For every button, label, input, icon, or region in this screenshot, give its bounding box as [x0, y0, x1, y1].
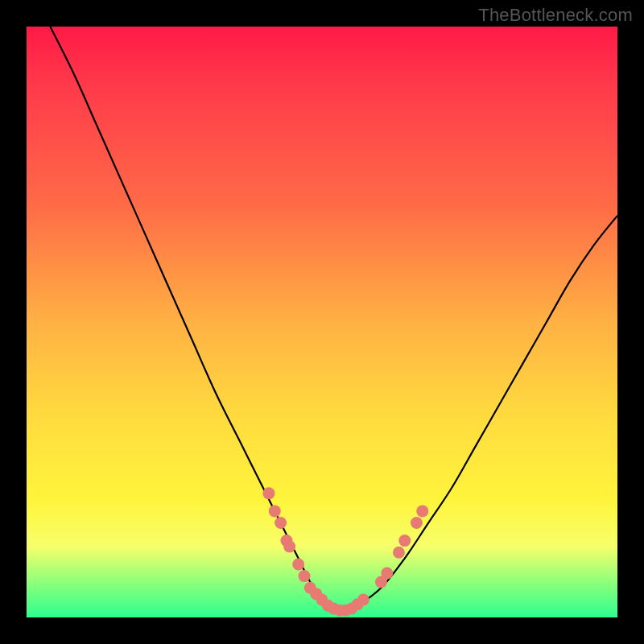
chart-marker-dot: [283, 540, 295, 552]
chart-marker-dot: [398, 535, 411, 547]
chart-marker-dot: [269, 505, 281, 517]
chart-marker-dot: [393, 547, 405, 559]
chart-marker-dot: [357, 593, 369, 605]
chart-marker-dot: [411, 517, 423, 529]
watermark-text: TheBottleneck.com: [478, 5, 633, 26]
chart-plot-area: [27, 27, 617, 617]
chart-marker-dot: [381, 567, 393, 579]
chart-marker-dot: [292, 558, 304, 570]
chart-marker-dot: [262, 487, 275, 499]
chart-marker-dot: [275, 517, 287, 529]
chart-svg: [27, 27, 617, 617]
chart-markers: [262, 487, 428, 616]
chart-marker-dot: [298, 570, 310, 582]
chart-marker-dot: [416, 505, 428, 517]
chart-curve: [50, 27, 617, 613]
